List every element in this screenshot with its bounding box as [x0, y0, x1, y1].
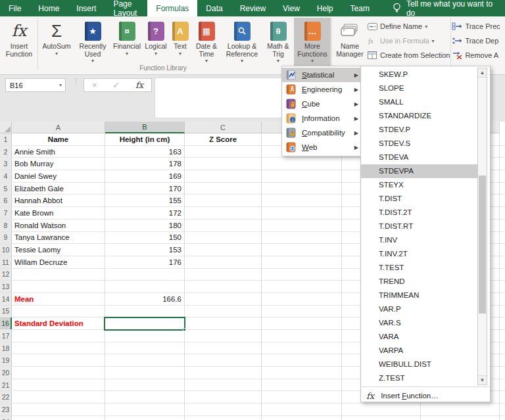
- scrollbar-thumb[interactable]: [479, 175, 486, 314]
- cell-c6[interactable]: [185, 195, 262, 206]
- date-time-button[interactable]: ▦Date & Time▾: [191, 18, 222, 66]
- cell-a16[interactable]: Standard Deviation: [12, 317, 105, 329]
- cell-b2[interactable]: 163: [105, 146, 185, 158]
- select-all-corner[interactable]: [0, 122, 12, 133]
- cell-b24[interactable]: [105, 416, 185, 420]
- submenu-item-skew-p[interactable]: SKEW.P: [361, 68, 478, 82]
- submenu-item-trimmean[interactable]: TRIMMEAN: [361, 289, 478, 302]
- cell-b4[interactable]: 169: [105, 170, 185, 182]
- row-header-7[interactable]: 7: [0, 207, 12, 219]
- cell-b1[interactable]: Height (in cm): [105, 133, 185, 145]
- cell-a12[interactable]: [12, 269, 105, 281]
- trace-precedents-button[interactable]: Trace Prec: [452, 19, 505, 34]
- cell-b8[interactable]: 180: [105, 220, 185, 231]
- scroll-down-icon[interactable]: ▼: [478, 375, 487, 385]
- tab-insert[interactable]: Insert: [68, 0, 105, 16]
- cell-a6[interactable]: Hannah Abbot: [12, 195, 105, 206]
- cell-b23[interactable]: [105, 404, 185, 415]
- autosum-button[interactable]: ΣAutoSum▾: [39, 18, 74, 66]
- cell-a13[interactable]: [12, 281, 105, 292]
- cell-c23[interactable]: [185, 404, 262, 415]
- remove-arrows-button[interactable]: Remove A: [452, 48, 505, 62]
- row-header-6[interactable]: 6: [0, 195, 12, 206]
- cell-c19[interactable]: [185, 354, 262, 366]
- insert-function-fx-icon[interactable]: fx: [135, 80, 143, 90]
- cell-c21[interactable]: [185, 379, 262, 391]
- cell-a3[interactable]: Bob Murray: [12, 158, 105, 170]
- menu-item-cube[interactable]: Cube▶: [282, 97, 361, 111]
- cell-c14[interactable]: [185, 293, 262, 305]
- row-header-9[interactable]: 9: [0, 232, 12, 244]
- cell-a4[interactable]: Daniel Swey: [12, 170, 105, 182]
- cell-b14[interactable]: 166.6: [105, 293, 185, 305]
- cell-c16[interactable]: [185, 317, 262, 329]
- formula-bar-splitter[interactable]: ⋮: [72, 80, 80, 83]
- trace-dependents-button[interactable]: Trace Dep: [452, 34, 505, 48]
- row-header-1[interactable]: 1: [0, 133, 12, 145]
- row-header-15[interactable]: 15: [0, 306, 12, 317]
- cell-a8[interactable]: Ronald Watson: [12, 220, 105, 231]
- cell-a9[interactable]: Tanya Lawrance: [12, 232, 105, 244]
- tab-view[interactable]: View: [274, 0, 308, 16]
- cell-a22[interactable]: [12, 391, 105, 403]
- cell-b6[interactable]: 155: [105, 195, 185, 206]
- cell-c5[interactable]: [185, 183, 262, 195]
- column-header-a[interactable]: A: [12, 122, 105, 133]
- cell-c2[interactable]: [185, 146, 262, 158]
- submenu-item-t-dist-2t[interactable]: T.DIST.2T: [361, 206, 478, 220]
- row-header-18[interactable]: 18: [0, 342, 12, 354]
- tab-data[interactable]: Data: [197, 0, 231, 16]
- submenu-item-var-p[interactable]: VAR.P: [361, 302, 478, 316]
- submenu-item-var-s[interactable]: VAR.S: [361, 316, 478, 330]
- submenu-item-trend[interactable]: TREND: [361, 275, 478, 289]
- submenu-item-varpa[interactable]: VARPA: [361, 344, 478, 358]
- cell-a20[interactable]: [12, 367, 105, 379]
- cell-b11[interactable]: 176: [105, 256, 185, 268]
- submenu-item-small[interactable]: SMALL: [361, 95, 478, 109]
- cell-a10[interactable]: Tessie Laomy: [12, 244, 105, 256]
- submenu-item-t-inv[interactable]: T.INV: [361, 233, 478, 247]
- cell-c13[interactable]: [185, 281, 262, 292]
- cell-c10[interactable]: [185, 244, 262, 256]
- name-box[interactable]: B16 ▾: [5, 78, 66, 92]
- tab-file[interactable]: File: [0, 0, 30, 16]
- cell-c20[interactable]: [185, 367, 262, 379]
- row-header-21[interactable]: 21: [0, 379, 12, 391]
- cancel-icon[interactable]: ×: [92, 80, 97, 90]
- cell-a7[interactable]: Kate Brown: [12, 207, 105, 219]
- cell-a21[interactable]: [12, 379, 105, 391]
- submenu-item-standardize[interactable]: STANDARDIZE: [361, 109, 478, 123]
- submenu-item-steyx[interactable]: STEYX: [361, 178, 478, 192]
- row-header-22[interactable]: 22: [0, 391, 12, 403]
- cell-c8[interactable]: [185, 220, 262, 231]
- more-functions-button[interactable]: …More Functions▾: [294, 18, 331, 66]
- row-header-12[interactable]: 12: [0, 269, 12, 281]
- submenu-item-weibull-dist[interactable]: WEIBULL.DIST: [361, 358, 478, 371]
- submenu-item-stdeva[interactable]: STDEVA: [361, 151, 478, 164]
- math-trig-button[interactable]: θMath & Trig▾: [262, 18, 294, 66]
- insert-function-button[interactable]: fxInsert Function: [1, 18, 37, 66]
- row-header-17[interactable]: 17: [0, 330, 12, 342]
- submenu-item-t-inv-2t[interactable]: T.INV.2T: [361, 247, 478, 261]
- scroll-up-icon[interactable]: ▲: [478, 68, 487, 78]
- tab-formulas[interactable]: Formulas: [147, 0, 197, 16]
- cell-a1[interactable]: Name: [12, 133, 105, 145]
- name-box-dropdown-icon[interactable]: ▾: [59, 82, 65, 88]
- tab-page-layout[interactable]: Page Layout: [105, 0, 147, 16]
- submenu-item-vara[interactable]: VARA: [361, 330, 478, 344]
- cell-a11[interactable]: Willam Decruze: [12, 256, 105, 268]
- cell-c11[interactable]: [185, 256, 262, 268]
- cell-a17[interactable]: [12, 330, 105, 342]
- cell-b12[interactable]: [105, 269, 185, 281]
- submenu-item-t-dist-rt[interactable]: T.DIST.RT: [361, 220, 478, 233]
- cell-b3[interactable]: 178: [105, 158, 185, 170]
- recently-used-button[interactable]: ★Recently Used▾: [74, 18, 111, 66]
- submenu-item-t-dist[interactable]: T.DIST: [361, 192, 478, 206]
- cell-c17[interactable]: [185, 330, 262, 342]
- cell-b13[interactable]: [105, 281, 185, 292]
- submenu-item-stdev-p[interactable]: STDEV.P: [361, 123, 478, 137]
- cell-c22[interactable]: [185, 391, 262, 403]
- submenu-scrollbar[interactable]: ▲ ▼: [477, 68, 487, 385]
- cell-c9[interactable]: [185, 232, 262, 244]
- cell-b18[interactable]: [105, 342, 185, 354]
